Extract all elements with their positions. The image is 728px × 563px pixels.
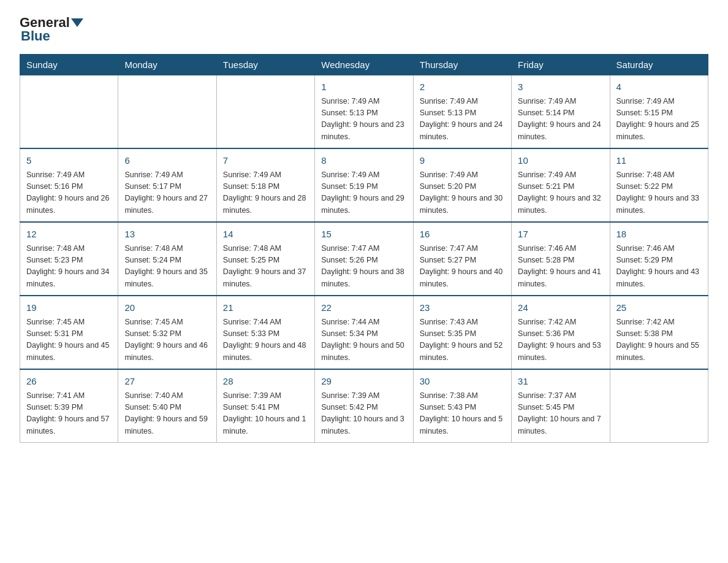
day-number: 22 [321,301,406,315]
day-info: Sunrise: 7:49 AM Sunset: 5:21 PM Dayligh… [518,169,603,217]
day-info: Sunrise: 7:42 AM Sunset: 5:36 PM Dayligh… [518,316,603,364]
calendar-cell: 15Sunrise: 7:47 AM Sunset: 5:26 PM Dayli… [315,222,413,296]
calendar-cell: 12Sunrise: 7:48 AM Sunset: 5:23 PM Dayli… [20,222,118,296]
day-number: 16 [420,228,505,242]
calendar-cell [216,75,314,149]
day-number: 11 [616,154,702,168]
calendar-cell: 30Sunrise: 7:38 AM Sunset: 5:43 PM Dayli… [413,369,511,443]
calendar-cell [610,369,708,443]
day-info: Sunrise: 7:48 AM Sunset: 5:25 PM Dayligh… [223,243,308,291]
day-info: Sunrise: 7:39 AM Sunset: 5:42 PM Dayligh… [321,390,406,438]
calendar-cell: 31Sunrise: 7:37 AM Sunset: 5:45 PM Dayli… [512,369,610,443]
day-number: 19 [26,301,112,315]
calendar-week-row: 1Sunrise: 7:49 AM Sunset: 5:13 PM Daylig… [20,75,708,149]
calendar-week-row: 19Sunrise: 7:45 AM Sunset: 5:31 PM Dayli… [20,296,708,369]
day-info: Sunrise: 7:45 AM Sunset: 5:31 PM Dayligh… [26,316,112,364]
calendar-cell: 25Sunrise: 7:42 AM Sunset: 5:38 PM Dayli… [610,296,708,369]
calendar-cell: 8Sunrise: 7:49 AM Sunset: 5:19 PM Daylig… [315,148,413,222]
day-info: Sunrise: 7:42 AM Sunset: 5:38 PM Dayligh… [616,316,702,364]
calendar-cell: 22Sunrise: 7:44 AM Sunset: 5:34 PM Dayli… [315,296,413,369]
calendar-cell [20,75,118,149]
day-info: Sunrise: 7:44 AM Sunset: 5:33 PM Dayligh… [223,316,308,364]
column-header-wednesday: Wednesday [315,55,413,75]
day-info: Sunrise: 7:38 AM Sunset: 5:43 PM Dayligh… [420,390,505,438]
calendar-cell: 23Sunrise: 7:43 AM Sunset: 5:35 PM Dayli… [413,296,511,369]
day-number: 20 [124,301,210,315]
day-info: Sunrise: 7:44 AM Sunset: 5:34 PM Dayligh… [321,316,406,364]
day-number: 21 [223,301,308,315]
calendar-week-row: 26Sunrise: 7:41 AM Sunset: 5:39 PM Dayli… [20,369,708,443]
day-info: Sunrise: 7:49 AM Sunset: 5:13 PM Dayligh… [321,96,406,144]
day-number: 7 [223,154,308,168]
day-number: 29 [321,375,406,389]
day-number: 6 [124,154,210,168]
calendar-cell: 21Sunrise: 7:44 AM Sunset: 5:33 PM Dayli… [216,296,314,369]
calendar-cell: 19Sunrise: 7:45 AM Sunset: 5:31 PM Dayli… [20,296,118,369]
day-number: 28 [223,375,308,389]
calendar-cell: 24Sunrise: 7:42 AM Sunset: 5:36 PM Dayli… [512,296,610,369]
calendar-week-row: 5Sunrise: 7:49 AM Sunset: 5:16 PM Daylig… [20,148,708,222]
calendar-cell: 27Sunrise: 7:40 AM Sunset: 5:40 PM Dayli… [118,369,216,443]
day-number: 18 [616,228,702,242]
calendar-cell: 11Sunrise: 7:48 AM Sunset: 5:22 PM Dayli… [610,148,708,222]
logo-blue-text: Blue [21,28,50,44]
logo-arrow-icon [71,18,83,27]
day-info: Sunrise: 7:49 AM Sunset: 5:18 PM Dayligh… [223,169,308,217]
day-info: Sunrise: 7:48 AM Sunset: 5:23 PM Dayligh… [26,243,112,291]
calendar-cell: 20Sunrise: 7:45 AM Sunset: 5:32 PM Dayli… [118,296,216,369]
day-info: Sunrise: 7:49 AM Sunset: 5:19 PM Dayligh… [321,169,406,217]
calendar-cell: 6Sunrise: 7:49 AM Sunset: 5:17 PM Daylig… [118,148,216,222]
calendar-cell: 14Sunrise: 7:48 AM Sunset: 5:25 PM Dayli… [216,222,314,296]
calendar-table: SundayMondayTuesdayWednesdayThursdayFrid… [20,54,708,443]
calendar-cell: 10Sunrise: 7:49 AM Sunset: 5:21 PM Dayli… [512,148,610,222]
column-header-saturday: Saturday [610,55,708,75]
day-number: 24 [518,301,603,315]
day-info: Sunrise: 7:46 AM Sunset: 5:28 PM Dayligh… [518,243,603,291]
day-info: Sunrise: 7:37 AM Sunset: 5:45 PM Dayligh… [518,390,603,438]
day-number: 10 [518,154,603,168]
day-info: Sunrise: 7:49 AM Sunset: 5:20 PM Dayligh… [420,169,505,217]
day-number: 2 [420,80,505,94]
day-info: Sunrise: 7:49 AM Sunset: 5:13 PM Dayligh… [420,96,505,144]
calendar-cell: 2Sunrise: 7:49 AM Sunset: 5:13 PM Daylig… [413,75,511,149]
column-header-sunday: Sunday [20,55,118,75]
day-info: Sunrise: 7:39 AM Sunset: 5:41 PM Dayligh… [223,390,308,438]
calendar-cell: 5Sunrise: 7:49 AM Sunset: 5:16 PM Daylig… [20,148,118,222]
column-header-friday: Friday [512,55,610,75]
day-number: 14 [223,228,308,242]
day-number: 4 [616,80,702,94]
column-header-monday: Monday [118,55,216,75]
calendar-week-row: 12Sunrise: 7:48 AM Sunset: 5:23 PM Dayli… [20,222,708,296]
day-number: 31 [518,375,603,389]
day-info: Sunrise: 7:46 AM Sunset: 5:29 PM Dayligh… [616,243,702,291]
day-number: 12 [26,228,112,242]
day-number: 15 [321,228,406,242]
day-number: 23 [420,301,505,315]
calendar-cell: 16Sunrise: 7:47 AM Sunset: 5:27 PM Dayli… [413,222,511,296]
day-info: Sunrise: 7:49 AM Sunset: 5:17 PM Dayligh… [124,169,210,217]
day-info: Sunrise: 7:47 AM Sunset: 5:26 PM Dayligh… [321,243,406,291]
calendar-header-row: SundayMondayTuesdayWednesdayThursdayFrid… [20,55,708,75]
calendar-cell: 9Sunrise: 7:49 AM Sunset: 5:20 PM Daylig… [413,148,511,222]
calendar-cell: 29Sunrise: 7:39 AM Sunset: 5:42 PM Dayli… [315,369,413,443]
day-number: 3 [518,80,603,94]
logo: General Blue [20,15,85,44]
day-number: 30 [420,375,505,389]
day-number: 1 [321,80,406,94]
calendar-cell: 1Sunrise: 7:49 AM Sunset: 5:13 PM Daylig… [315,75,413,149]
day-number: 8 [321,154,406,168]
day-info: Sunrise: 7:49 AM Sunset: 5:14 PM Dayligh… [518,96,603,144]
day-number: 27 [124,375,210,389]
calendar-cell: 18Sunrise: 7:46 AM Sunset: 5:29 PM Dayli… [610,222,708,296]
day-number: 17 [518,228,603,242]
day-info: Sunrise: 7:48 AM Sunset: 5:22 PM Dayligh… [616,169,702,217]
day-number: 13 [124,228,210,242]
day-info: Sunrise: 7:41 AM Sunset: 5:39 PM Dayligh… [26,390,112,438]
calendar-cell: 13Sunrise: 7:48 AM Sunset: 5:24 PM Dayli… [118,222,216,296]
day-info: Sunrise: 7:49 AM Sunset: 5:15 PM Dayligh… [616,96,702,144]
day-number: 9 [420,154,505,168]
day-info: Sunrise: 7:49 AM Sunset: 5:16 PM Dayligh… [26,169,112,217]
day-number: 25 [616,301,702,315]
calendar-cell: 7Sunrise: 7:49 AM Sunset: 5:18 PM Daylig… [216,148,314,222]
column-header-thursday: Thursday [413,55,511,75]
